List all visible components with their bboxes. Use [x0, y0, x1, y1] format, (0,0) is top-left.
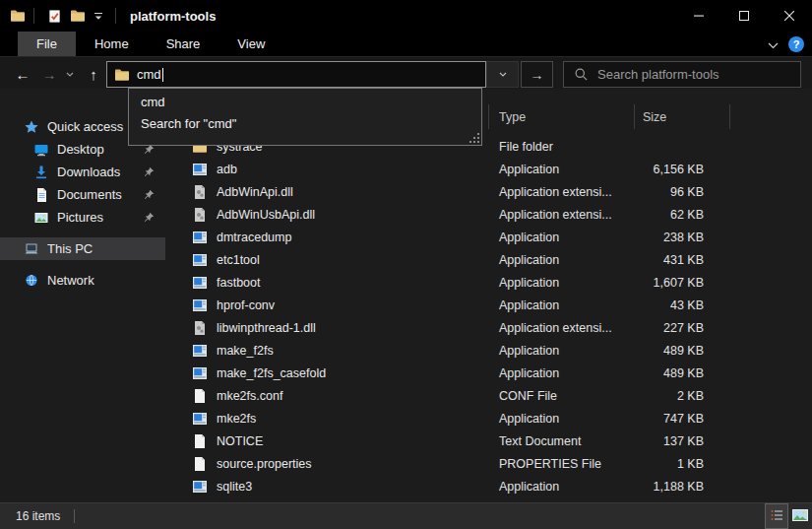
tab-home[interactable]: Home [76, 32, 148, 56]
file-type-cell: Application extensi... [489, 321, 635, 335]
window-controls [676, 0, 812, 32]
document-icon [192, 456, 208, 472]
ribbon-collapse-button[interactable] [768, 35, 779, 53]
table-row[interactable]: mke2fs.confCONF File2 KB [165, 384, 812, 407]
window-folder-icon [10, 8, 26, 24]
application-icon [192, 230, 208, 245]
tab-view[interactable]: View [219, 32, 283, 56]
table-row[interactable]: sqlite3Application1,188 KB [165, 475, 812, 497]
sidebar-gap [0, 229, 165, 237]
table-row[interactable]: NOTICEText Document137 KB [165, 430, 812, 452]
details-view-button[interactable] [765, 503, 788, 529]
file-name-cell: source.properties [165, 456, 489, 472]
thispc-icon [24, 241, 39, 257]
file-name: AdbWinUsbApi.dll [217, 208, 315, 222]
address-suggestion-item[interactable]: Search for "cmd" [129, 113, 481, 135]
desktop-icon [33, 142, 49, 158]
table-row[interactable]: libwinpthread-1.dllApplication extensi..… [165, 316, 812, 339]
qat-dropdown-icon [91, 8, 106, 24]
address-text: cmd [137, 67, 161, 82]
document-icon [192, 388, 208, 404]
file-size-cell: 227 KB [635, 321, 730, 335]
file-type-cell: File folder [489, 140, 635, 154]
file-name-cell: libwinpthread-1.dll [165, 320, 489, 336]
sidebar-gap [0, 260, 165, 269]
table-row[interactable]: etc1toolApplication431 KB [165, 248, 812, 271]
help-button[interactable]: ? [788, 36, 804, 52]
network-icon [24, 273, 39, 289]
table-row[interactable]: dmtracedumpApplication238 KB [165, 226, 812, 248]
address-suggestion-item[interactable]: cmd [129, 92, 481, 113]
sidebar-item-network[interactable]: Network [0, 269, 165, 292]
recent-locations-button[interactable] [61, 61, 79, 87]
minimize-button[interactable] [676, 0, 721, 32]
sidebar-item-pictures[interactable]: Pictures [0, 206, 165, 229]
column-header-size[interactable]: Size [635, 104, 730, 129]
go-button[interactable]: → [521, 61, 553, 88]
file-size-cell: 62 KB [635, 208, 730, 222]
maximize-button[interactable] [721, 0, 767, 32]
search-input[interactable]: Search platform-tools [563, 61, 801, 88]
file-type-cell: Application [489, 412, 635, 426]
file-name-cell: AdbWinUsbApi.dll [165, 207, 489, 223]
qat-new-folder-button[interactable] [66, 4, 90, 28]
table-row[interactable]: AdbWinApi.dllApplication extensi...96 KB [165, 180, 812, 203]
file-type-cell: Application [489, 276, 635, 290]
table-row[interactable]: make_f2fs_casefoldApplication489 KB [165, 362, 812, 384]
column-header-type[interactable]: Type [489, 104, 635, 129]
table-row[interactable]: AdbWinUsbApi.dllApplication extensi...62… [165, 203, 812, 226]
pictures-icon [33, 210, 49, 226]
table-row[interactable]: hprof-convApplication43 KB [165, 294, 812, 316]
qat-properties-button[interactable] [42, 4, 66, 28]
file-type-cell: PROPERTIES File [489, 457, 635, 471]
qat-customize-button[interactable] [90, 4, 107, 28]
file-name: fastboot [217, 276, 260, 290]
table-row[interactable]: mke2fsApplication747 KB [165, 407, 812, 430]
file-name: mke2fs [217, 412, 256, 426]
table-row[interactable]: adbApplication6,156 KB [165, 158, 812, 180]
file-name: make_f2fs_casefold [217, 366, 326, 380]
file-type-cell: Application extensi... [489, 185, 635, 199]
view-switcher [765, 503, 812, 529]
titlebar-separator [33, 8, 34, 24]
file-size-cell: 489 KB [635, 366, 730, 380]
sidebar-item-downloads[interactable]: Downloads [0, 161, 165, 183]
file-type-cell: Application [489, 163, 635, 176]
search-placeholder: Search platform-tools [597, 67, 719, 82]
dll-icon [192, 207, 208, 223]
close-button[interactable] [767, 0, 812, 32]
table-row[interactable]: source.propertiesPROPERTIES File1 KB [165, 452, 812, 475]
navigation-pane: Quick accessDesktopDownloadsDocumentsPic… [0, 89, 165, 502]
downloads-icon [33, 165, 49, 180]
tab-share[interactable]: Share [148, 32, 219, 56]
dropdown-resize-grip[interactable] [469, 133, 479, 143]
thumbnails-view-button[interactable] [788, 503, 812, 529]
file-name: source.properties [217, 457, 312, 471]
address-bar-input[interactable]: cmd [106, 61, 486, 88]
file-name: etc1tool [217, 253, 260, 267]
file-name-cell: make_f2fs [165, 343, 489, 359]
sidebar-item-documents[interactable]: Documents [0, 183, 165, 206]
up-button[interactable]: ↑ [81, 61, 106, 87]
sidebar-item-label: Pictures [57, 210, 103, 225]
forward-button[interactable]: → [36, 61, 62, 87]
file-explorer-window: platform-tools FileHomeShareView ? ← → ↑… [0, 0, 812, 529]
back-button[interactable]: ← [10, 61, 35, 87]
file-name: mke2fs.conf [217, 389, 282, 403]
file-type-cell: Application [489, 253, 635, 267]
table-row[interactable]: make_f2fsApplication489 KB [165, 339, 812, 362]
pin-icon [142, 211, 156, 225]
file-size-cell: 489 KB [635, 344, 730, 358]
file-name: NOTICE [217, 434, 263, 448]
file-type-cell: CONF File [489, 389, 635, 403]
status-separator [74, 509, 75, 523]
table-row[interactable]: fastbootApplication1,607 KB [165, 271, 812, 294]
tab-file[interactable]: File [18, 32, 76, 56]
star-icon [24, 119, 39, 135]
sidebar-item-this-pc[interactable]: This PC [0, 237, 165, 260]
pin-icon [142, 188, 156, 202]
file-size-cell: 6,156 KB [635, 163, 730, 176]
file-size-cell: 96 KB [635, 185, 730, 199]
sidebar-item-label: Documents [57, 187, 122, 202]
address-dropdown-button[interactable] [486, 61, 519, 88]
